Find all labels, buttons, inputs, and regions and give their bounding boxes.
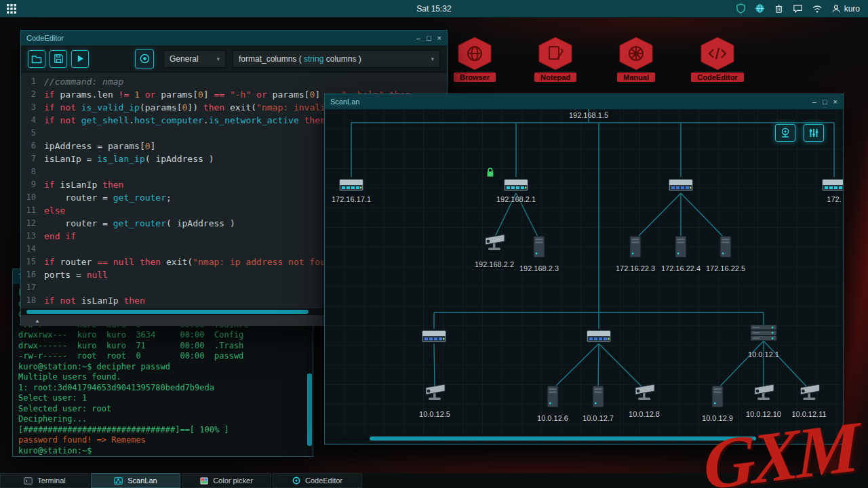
network-node[interactable] (421, 327, 447, 345)
network-node[interactable]: 172.16.22.4 (661, 233, 701, 272)
network-node[interactable]: 172.16.22.3 (616, 233, 655, 272)
folder-icon (31, 54, 42, 64)
line-number: 6 (21, 140, 44, 152)
taskbar-item-label: ScanLan (127, 476, 157, 485)
apps-menu-button[interactable] (0, 0, 23, 18)
color-swatch-icon (200, 477, 208, 485)
minimize-button[interactable]: – (812, 98, 816, 106)
username: kuro (844, 4, 860, 14)
code-token: 1 (134, 89, 140, 100)
scrollbar-thumb[interactable] (307, 373, 312, 446)
network-node[interactable]: 10.0.12.10 (746, 379, 781, 418)
maximize-button[interactable]: □ (823, 98, 827, 106)
maximize-button[interactable]: □ (427, 35, 431, 42)
network-node[interactable]: 192.168.2.3 (519, 233, 559, 272)
terminal-line: password found! => Rememes (18, 435, 307, 446)
code-token: ports = (44, 270, 87, 280)
shield-icon[interactable] (736, 3, 746, 14)
network-node[interactable]: 10.0.12.8 (629, 379, 660, 418)
network-node[interactable]: 10.0.12.7 (583, 383, 614, 422)
code-token (140, 89, 145, 100)
network-node[interactable]: 192.168.2.1 (496, 176, 536, 203)
desktop-icon-notepad[interactable]: Notepad (523, 37, 588, 82)
network-node[interactable]: 10.0.12.5 (419, 379, 450, 418)
network-node[interactable]: 10.0.12.9 (702, 383, 733, 422)
taskbar-item-scanlan[interactable]: ScanLan (91, 473, 180, 488)
system-tray: kuro (736, 3, 868, 14)
trash-icon[interactable] (774, 3, 784, 14)
scrollbar-thumb[interactable] (370, 436, 756, 441)
apps-grid-icon (6, 3, 17, 14)
network-node[interactable]: 172.16.17.1 (332, 176, 371, 203)
code-token (299, 115, 304, 125)
code-token: router (60, 257, 97, 267)
codeeditor-ring-icon (292, 476, 300, 485)
category-dropdown[interactable]: General ▾ (163, 50, 226, 68)
scanlan-titlebar[interactable]: ScanLan – □ × (325, 94, 843, 109)
line-number: 12 (21, 217, 44, 230)
code-token: host_computer (134, 115, 203, 125)
server-icon (674, 233, 688, 260)
wifi-icon[interactable] (812, 4, 823, 14)
code-token: . (129, 115, 134, 125)
filter-tool-button[interactable] (804, 124, 824, 142)
close-button[interactable]: × (437, 35, 441, 42)
code-token: == null then (97, 257, 166, 267)
line-number: 8 (21, 165, 44, 178)
network-node[interactable]: 172.16.22.5 (706, 233, 745, 272)
line-number: 11 (21, 204, 44, 217)
node-ip-label: 172.16.22.4 (661, 264, 701, 272)
run-button[interactable] (71, 50, 89, 68)
scrollbar-thumb[interactable] (26, 310, 309, 314)
open-file-button[interactable] (28, 50, 45, 68)
camera-icon (631, 379, 657, 406)
network-node[interactable]: 10.0.12.6 (537, 383, 568, 422)
camera-tool-button[interactable] (775, 124, 795, 142)
code-token: if (44, 89, 60, 100)
desktop-icon-manual[interactable]: Manual (604, 37, 669, 82)
code-token: is_valid_ip (81, 102, 140, 113)
network-node[interactable] (586, 327, 612, 345)
node-ip-label: 192.168.2.3 (519, 264, 559, 272)
terminal-line: 1: root:3d041794653d9041395780bedd7b9eda (18, 383, 307, 394)
code-token: ( ipAddress ) (145, 154, 214, 164)
code-text: router = get_router( ipAddress ) (44, 217, 235, 230)
chat-icon[interactable] (793, 3, 803, 14)
desktop-icon-browser[interactable]: Browser (442, 37, 507, 82)
desktop-icon-codeeditor[interactable]: CodeEditor (685, 37, 750, 82)
node-ip-label: 192.168.2.2 (475, 260, 514, 268)
code-token: if not (44, 296, 81, 306)
node-ip-label: 172.16.22.5 (706, 264, 745, 272)
globe-icon[interactable] (755, 3, 765, 14)
network-node[interactable] (668, 176, 694, 194)
camera-icon (481, 229, 507, 256)
network-node[interactable]: 172. (821, 176, 843, 203)
code-token: then (203, 102, 230, 113)
line-number: 3 (21, 101, 44, 114)
save-file-button[interactable] (50, 50, 67, 68)
terminal-line: Selected user: root (18, 404, 307, 415)
scroll-up-icon[interactable]: ▲ (35, 318, 40, 324)
signature-dropdown[interactable]: format_columns ( string columns ) ▾ (233, 50, 440, 68)
taskbar-item-terminal[interactable]: Terminal (0, 473, 90, 488)
line-number: 9 (21, 178, 44, 191)
code-token: router = (44, 218, 113, 228)
user-menu[interactable]: kuro (831, 4, 860, 14)
code-editor-titlebar[interactable]: CodeEditor – □ × (21, 30, 447, 45)
target-button[interactable] (135, 49, 154, 68)
camera-icon (751, 379, 776, 406)
code-text: end if (44, 230, 76, 243)
minimize-button[interactable]: – (416, 35, 420, 42)
network-map[interactable]: 192.168.1.5172.16.17.1192.168.2.1172.192… (325, 109, 843, 444)
code-token: ( ipAddress ) (166, 218, 235, 228)
network-node[interactable]: 192.168.2.2 (475, 229, 514, 268)
code-brackets-icon (699, 37, 736, 70)
node-ip-label: 172. (827, 195, 841, 203)
taskbar-item-color-picker[interactable]: Color picker (182, 473, 271, 488)
code-text: //command: nmap (44, 75, 123, 88)
network-node[interactable]: 10.0.12.1 (748, 319, 779, 359)
switch-icon (503, 176, 529, 194)
close-button[interactable]: × (833, 98, 837, 106)
taskbar-item-codeeditor[interactable]: CodeEditor (273, 473, 362, 488)
code-editor-toolbar: General ▾ format_columns ( string column… (21, 45, 447, 73)
